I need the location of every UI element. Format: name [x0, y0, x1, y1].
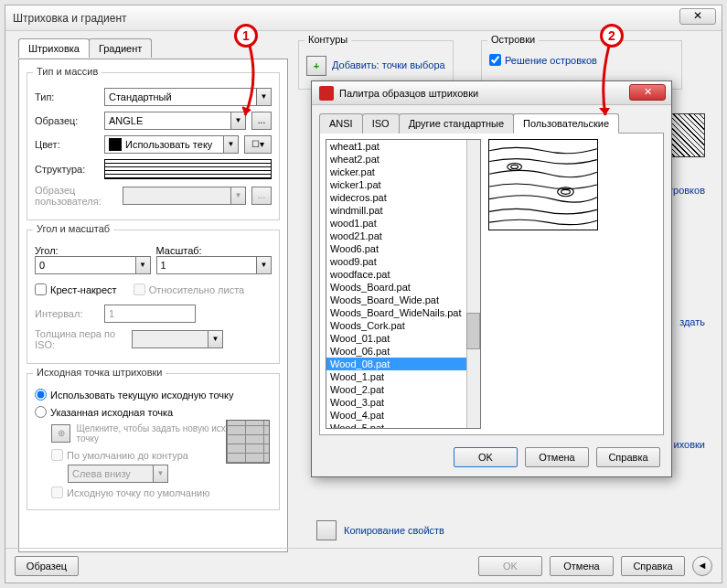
user-pattern-browse: ...: [251, 187, 272, 205]
list-item[interactable]: Wood_2.pat: [326, 383, 480, 396]
copy-properties-row: Копирование свойств: [316, 520, 444, 540]
structure-preview[interactable]: [104, 159, 272, 179]
main-bottom-bar: Образец OK Отмена Справка ◄: [5, 548, 722, 583]
chevron-down-icon: ▼: [223, 136, 238, 153]
copy-label[interactable]: Копирование свойств: [344, 525, 444, 536]
origin-pos-combo: Слева внизу▼: [68, 465, 168, 483]
relative-check: Относительно листа: [134, 283, 245, 295]
list-item[interactable]: Wood6.pat: [326, 242, 480, 255]
add-points-button[interactable]: +: [306, 56, 326, 76]
type-combo[interactable]: Стандартный▼: [104, 88, 272, 106]
tab-hatch[interactable]: Штриховка: [18, 38, 90, 58]
main-help-button[interactable]: Справка: [621, 556, 685, 576]
origin-specified-radio[interactable]: Указанная исходная точка: [35, 406, 272, 418]
palette-close-button[interactable]: ✕: [629, 84, 666, 101]
group-origin-title: Исходная точка штриховки: [33, 367, 166, 378]
chevron-down-icon: ▼: [230, 187, 245, 204]
contours-title: Контуры: [305, 34, 351, 45]
palette-ok-button[interactable]: OK: [454, 447, 518, 467]
list-item[interactable]: woodface.pat: [326, 268, 480, 281]
list-item[interactable]: wood1.pat: [326, 217, 480, 230]
islands-check[interactable]: Решение островков: [489, 54, 674, 66]
scale-label: Масштаб:: [156, 245, 273, 256]
pattern-combo[interactable]: ANGLE▼: [104, 112, 246, 130]
scrollbar[interactable]: [466, 140, 480, 428]
iso-combo: ▼: [132, 330, 223, 348]
list-item[interactable]: wicker1.pat: [326, 178, 480, 191]
color-combo[interactable]: Использовать теку▼: [104, 135, 239, 154]
eyedropper-icon[interactable]: [316, 520, 337, 540]
bg-color-button[interactable]: ☐▾: [244, 135, 272, 154]
app-icon: [319, 86, 334, 101]
list-item[interactable]: Wood_1.pat: [326, 370, 480, 383]
tab-ansi[interactable]: ANSI: [319, 113, 363, 134]
list-item[interactable]: widecros.pat: [326, 191, 480, 204]
interval-label: Интервал:: [35, 308, 99, 319]
palette-body: ANSI ISO Другие стандартные Пользователь…: [312, 105, 671, 476]
add-points-label[interactable]: Добавить: точки выбора: [332, 59, 445, 71]
list-item[interactable]: wheat1.pat: [326, 140, 480, 153]
palette-buttons: OK Отмена Справка: [454, 447, 660, 467]
chevron-down-icon: ▼: [256, 89, 271, 105]
list-item[interactable]: wood21.pat: [326, 230, 480, 242]
list-item[interactable]: Wood_06.pat: [326, 345, 480, 358]
tab-custom[interactable]: Пользовательские: [513, 113, 619, 134]
main-tabs: Штриховка Градиент: [18, 38, 151, 58]
expand-button[interactable]: ◄: [692, 556, 712, 576]
origin-current-radio[interactable]: Использовать текущую исходную точку: [35, 389, 272, 401]
list-item[interactable]: Woods_Cork.pat: [326, 319, 480, 332]
callout-marker-1: 1: [234, 24, 258, 48]
scrollbar-thumb[interactable]: [466, 313, 480, 349]
wood-grain-icon: [489, 140, 597, 230]
list-item[interactable]: Woods_Board_Wide.pat: [326, 294, 480, 306]
islands-title: Островки: [487, 34, 539, 45]
palette-help-button[interactable]: Справка: [596, 447, 660, 467]
list-item[interactable]: Wood_01.pat: [326, 332, 480, 345]
type-label: Тип:: [35, 91, 99, 102]
hatch-link[interactable]: иховки: [674, 439, 705, 450]
color-swatch-icon: [109, 138, 122, 151]
main-cancel-button[interactable]: Отмена: [550, 556, 614, 576]
tab-gradient[interactable]: Градиент: [89, 38, 152, 58]
iso-label: Толщина пера по ISO:: [35, 328, 126, 350]
list-item[interactable]: Wood_3.pat: [326, 396, 480, 409]
svg-point-3: [561, 189, 571, 194]
list-item[interactable]: Wood_5.pat: [326, 422, 480, 429]
palette-content: wheat1.patwheat2.patwicker.patwicker1.pa…: [319, 134, 664, 435]
interval-input: [104, 305, 196, 323]
group-origin: Исходная точка штриховки Использовать те…: [27, 373, 280, 510]
tab-other[interactable]: Другие стандартные: [399, 113, 514, 134]
pattern-browse-button[interactable]: ...: [251, 112, 272, 130]
hatch-palette-dialog: Палитра образцов штриховки ✕ ANSI ISO Др…: [311, 80, 672, 477]
group-angle-scale: Угол и масштаб Угол: 0▼ Масштаб: 1▼ Крес…: [27, 230, 280, 364]
scale-combo[interactable]: 1▼: [156, 256, 273, 274]
list-item[interactable]: wheat2.pat: [326, 153, 480, 166]
group-type-title: Тип и массив: [33, 66, 102, 77]
chevron-down-icon: ▼: [208, 331, 222, 347]
list-item[interactable]: Wood_4.pat: [326, 409, 480, 422]
pattern-file-list[interactable]: wheat1.patwheat2.patwicker.patwicker1.pa…: [326, 139, 481, 429]
sample-button[interactable]: Образец: [15, 556, 79, 576]
palette-cancel-button[interactable]: Отмена: [525, 447, 589, 467]
list-item[interactable]: Woods_Board_WideNails.pat: [326, 306, 480, 319]
tab-iso[interactable]: ISO: [362, 113, 400, 134]
chevron-down-icon: ▼: [230, 112, 245, 129]
group-type-array: Тип и массив Тип: Стандартный▼ Образец: …: [27, 72, 280, 220]
list-item[interactable]: Wood_08.pat: [326, 358, 480, 370]
user-pattern-label: Образец пользователя:: [35, 185, 117, 207]
main-ok-button: OK: [478, 556, 542, 576]
chevron-down-icon: ▼: [153, 465, 167, 482]
main-close-button[interactable]: ✕: [679, 8, 716, 25]
list-item[interactable]: Woods_Board.pat: [326, 281, 480, 294]
angle-combo[interactable]: 0▼: [35, 256, 151, 274]
structure-label: Структура:: [35, 164, 99, 175]
list-item[interactable]: windmill.pat: [326, 204, 480, 217]
palette-titlebar[interactable]: Палитра образцов штриховки ✕: [312, 81, 671, 105]
list-item[interactable]: wood9.pat: [326, 255, 480, 268]
save-default-check: Исходную точку по умолчанию: [51, 486, 272, 498]
list-item[interactable]: wicker.pat: [326, 166, 480, 178]
callout-marker-2: 2: [600, 24, 624, 48]
user-pattern-combo: ▼: [123, 187, 246, 205]
create-link[interactable]: здать: [679, 316, 705, 327]
cross-check[interactable]: Крест-накрест: [35, 283, 117, 295]
